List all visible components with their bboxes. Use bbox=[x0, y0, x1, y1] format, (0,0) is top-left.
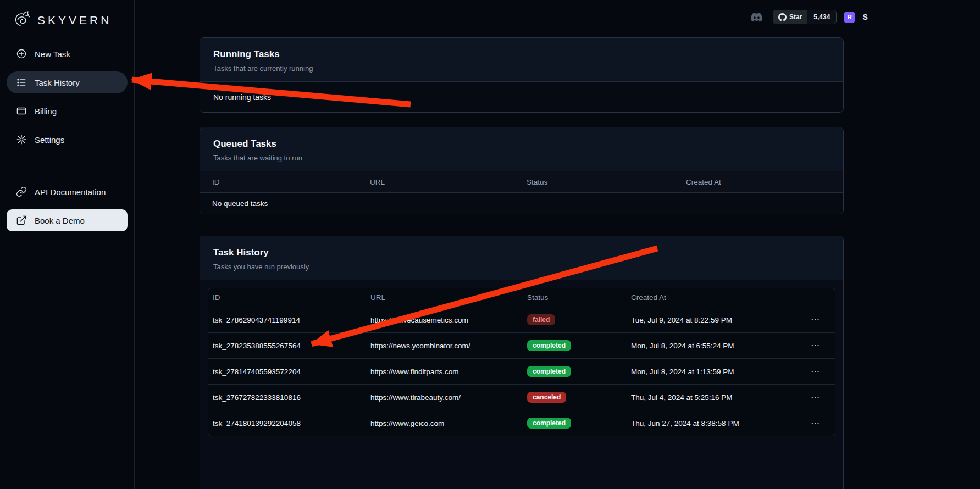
task-history-body: ID URL Status Created At tsk_27862904374… bbox=[200, 280, 843, 444]
sidebar-nav: New Task Task History Billing Settings bbox=[7, 43, 128, 231]
row-actions-button[interactable]: ⋯ bbox=[811, 315, 820, 324]
github-star-button[interactable]: Star 5,434 bbox=[773, 10, 837, 24]
queued-tasks-empty: No queued tasks bbox=[200, 193, 843, 214]
sidebar-item-label: Task History bbox=[35, 78, 80, 87]
task-url: https://www.tirabeauty.com/ bbox=[370, 393, 527, 402]
task-url: https://news.ycombinator.com/ bbox=[370, 342, 527, 350]
card-subtitle: Tasks that are waiting to run bbox=[213, 154, 830, 162]
link-icon bbox=[16, 186, 27, 197]
external-link-icon bbox=[16, 215, 27, 226]
task-created-at: Mon, Jul 8, 2024 at 6:55:24 PM bbox=[631, 342, 800, 350]
task-created-at: Thu, Jul 4, 2024 at 5:25:16 PM bbox=[631, 393, 800, 402]
card-title: Running Tasks bbox=[213, 49, 830, 60]
row-actions-button[interactable]: ⋯ bbox=[811, 341, 820, 350]
task-status-cell: completed bbox=[527, 340, 631, 351]
user-name-partial: S bbox=[862, 13, 867, 21]
app-title: SKYVERN bbox=[37, 14, 112, 27]
sidebar-item-label: Settings bbox=[35, 135, 64, 145]
column-header-created-at: Created At bbox=[631, 293, 800, 302]
running-tasks-card: Running Tasks Tasks that are currently r… bbox=[200, 37, 844, 113]
task-url: https://www.finditparts.com bbox=[370, 368, 527, 376]
credit-card-icon bbox=[16, 105, 27, 116]
task-id: tsk_274180139292204058 bbox=[213, 419, 370, 427]
sidebar-item-settings[interactable]: Settings bbox=[7, 129, 128, 151]
row-actions-button[interactable]: ⋯ bbox=[811, 419, 820, 427]
main-area: Star 5,434 R S Running Tasks Tasks that … bbox=[135, 0, 980, 489]
github-icon bbox=[778, 13, 787, 21]
task-created-at: Thu, Jun 27, 2024 at 8:38:58 PM bbox=[631, 419, 800, 427]
running-tasks-empty: No running tasks bbox=[200, 82, 843, 112]
column-header-url: URL bbox=[370, 178, 527, 186]
row-actions-button[interactable]: ⋯ bbox=[811, 393, 820, 402]
task-id: tsk_278147405593572204 bbox=[213, 368, 370, 376]
sidebar-item-new-task[interactable]: New Task bbox=[7, 43, 128, 65]
queued-tasks-header: Queued Tasks Tasks that are waiting to r… bbox=[200, 127, 843, 171]
task-status-cell: completed bbox=[527, 418, 631, 429]
task-created-at: Mon, Jul 8, 2024 at 1:13:59 PM bbox=[631, 368, 800, 376]
sidebar-item-task-history[interactable]: Task History bbox=[7, 71, 128, 93]
skyvern-logo-icon bbox=[11, 9, 33, 31]
column-header-status: Status bbox=[527, 293, 631, 302]
avatar[interactable]: R bbox=[844, 12, 855, 23]
sidebar-item-label: API Documentation bbox=[35, 187, 106, 197]
sidebar-item-billing[interactable]: Billing bbox=[7, 100, 128, 122]
sidebar-item-api-documentation[interactable]: API Documentation bbox=[7, 181, 128, 203]
column-header-url: URL bbox=[370, 293, 527, 302]
queued-table-header: ID URL Status Created At bbox=[200, 171, 843, 193]
github-star-count: 5,434 bbox=[807, 10, 836, 24]
task-history-table: ID URL Status Created At tsk_27862904374… bbox=[208, 288, 835, 436]
card-subtitle: Tasks that are currently running bbox=[213, 64, 830, 73]
task-url: https://thrivecausemetics.com bbox=[370, 316, 527, 324]
discord-icon[interactable] bbox=[751, 12, 766, 23]
task-history-table-header: ID URL Status Created At bbox=[208, 288, 835, 307]
column-header-created-at: Created At bbox=[686, 178, 831, 186]
task-id: tsk_278629043741199914 bbox=[213, 316, 370, 324]
task-history-header: Task History Tasks you have run previous… bbox=[200, 236, 843, 280]
table-row[interactable]: tsk_278629043741199914 https://thrivecau… bbox=[208, 307, 835, 332]
card-title: Queued Tasks bbox=[213, 138, 830, 149]
table-row[interactable]: tsk_276727822333810816 https://www.tirab… bbox=[208, 384, 835, 410]
task-id: tsk_276727822333810816 bbox=[213, 393, 370, 402]
logo: SKYVERN bbox=[7, 5, 128, 35]
content: Running Tasks Tasks that are currently r… bbox=[200, 37, 844, 489]
column-header-id: ID bbox=[212, 178, 370, 186]
running-tasks-header: Running Tasks Tasks that are currently r… bbox=[200, 38, 843, 82]
task-id: tsk_278235388555267564 bbox=[213, 342, 370, 350]
queued-tasks-card: Queued Tasks Tasks that are waiting to r… bbox=[200, 127, 844, 214]
column-header-status: Status bbox=[527, 178, 686, 186]
status-badge: completed bbox=[527, 366, 571, 377]
sidebar: SKYVERN New Task Task History Billing bbox=[0, 0, 135, 489]
plus-circle-icon bbox=[16, 48, 27, 59]
task-created-at: Tue, Jul 9, 2024 at 8:22:59 PM bbox=[631, 316, 800, 324]
task-history-rows: tsk_278629043741199914 https://thrivecau… bbox=[208, 307, 835, 436]
status-badge: canceled bbox=[527, 392, 566, 403]
table-row[interactable]: tsk_274180139292204058 https://www.geico… bbox=[208, 410, 835, 436]
sidebar-divider bbox=[9, 166, 125, 166]
status-badge: failed bbox=[527, 314, 555, 325]
topbar: Star 5,434 R S bbox=[751, 9, 868, 25]
task-status-cell: canceled bbox=[527, 392, 631, 403]
list-icon bbox=[16, 77, 27, 88]
task-history-card: Task History Tasks you have run previous… bbox=[200, 236, 844, 489]
sidebar-item-book-a-demo[interactable]: Book a Demo bbox=[7, 209, 128, 231]
github-star-label: Star bbox=[789, 13, 802, 21]
gear-icon bbox=[16, 134, 27, 145]
task-status-cell: completed bbox=[527, 366, 631, 377]
table-row[interactable]: tsk_278147405593572204 https://www.findi… bbox=[208, 358, 835, 384]
table-row[interactable]: tsk_278235388555267564 https://news.ycom… bbox=[208, 332, 835, 358]
app-window: SKYVERN New Task Task History Billing bbox=[0, 0, 980, 489]
status-badge: completed bbox=[527, 340, 571, 351]
card-subtitle: Tasks you have run previously bbox=[213, 263, 830, 271]
status-badge: completed bbox=[527, 418, 571, 429]
sidebar-item-label: Book a Demo bbox=[35, 216, 85, 225]
task-status-cell: failed bbox=[527, 314, 631, 325]
sidebar-item-label: Billing bbox=[35, 107, 57, 116]
task-url: https://www.geico.com bbox=[370, 419, 527, 427]
card-title: Task History bbox=[213, 247, 830, 258]
sidebar-item-label: New Task bbox=[35, 49, 70, 59]
column-header-id: ID bbox=[213, 293, 370, 302]
row-actions-button[interactable]: ⋯ bbox=[811, 367, 820, 376]
